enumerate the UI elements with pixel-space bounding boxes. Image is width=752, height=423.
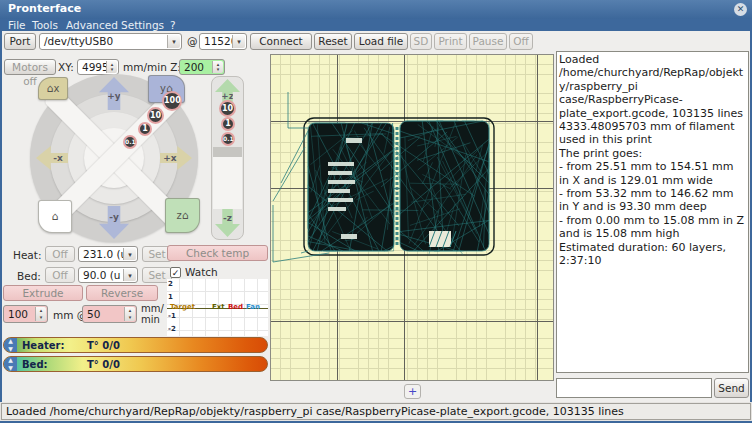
xy-feed-value: 4995 xyxy=(82,61,109,74)
log-console[interactable]: Loaded /home/churchyard/RepRap/objekty/r… xyxy=(556,51,749,373)
extrude-speed-unit: mm/ min xyxy=(141,303,164,325)
z-step-01-badge[interactable]: 0.1 xyxy=(221,132,235,146)
graph-label-bed: Bed xyxy=(228,303,243,311)
reset-button[interactable]: Reset xyxy=(314,33,352,50)
extrude-length-spinner[interactable]: 100 ▴▾ xyxy=(3,305,48,323)
heat-label: Heat: xyxy=(13,249,41,261)
motors-off-button[interactable]: Motors off xyxy=(4,59,56,75)
extrude-speed-value: 50 xyxy=(87,308,100,321)
home-x-button[interactable]: ⌂x xyxy=(38,77,68,100)
menu-tools[interactable]: Tools xyxy=(32,19,58,31)
home-all-button[interactable]: ⌂ xyxy=(38,200,72,233)
bed-gauge[interactable]: ▲▼ Bed: T° 0/0 xyxy=(3,356,268,372)
graph-ytick: 2 xyxy=(168,280,173,288)
spinner-arrows-icon[interactable]: ▴▾ xyxy=(124,307,135,321)
extrude-length-value: 100 xyxy=(8,308,28,321)
window-title: Pronterface xyxy=(8,2,81,15)
chevron-down-icon[interactable]: ▾ xyxy=(123,269,136,281)
status-text: Loaded /home/churchyard/RepRap/objekty/r… xyxy=(1,403,751,420)
send-button[interactable]: Send xyxy=(714,378,749,398)
jog-step-01-badge[interactable]: 0.1 xyxy=(123,135,137,149)
graph-label-ext: Ext xyxy=(212,303,225,311)
watch-label: Watch xyxy=(185,266,218,278)
z-strip-band[interactable] xyxy=(213,147,242,157)
port-select[interactable]: /dev/ttyUSB0 ▾ xyxy=(39,33,182,50)
jog-minus-z-button[interactable]: -z xyxy=(215,209,240,237)
bed-label: Bed: xyxy=(17,270,41,282)
graph-ytick: -2 xyxy=(168,325,176,333)
heat-off-button[interactable]: Off xyxy=(45,246,75,262)
graph-label-fan: Fan xyxy=(246,303,260,311)
jog-pad: ⌂x y⌂ ⌂ z⌂ +y -y -x +x 100 10 1 0.1 xyxy=(28,74,200,242)
gcode-plot xyxy=(271,55,553,380)
connect-button[interactable]: Connect xyxy=(250,33,312,50)
baud-select[interactable]: 115200 ▾ xyxy=(199,33,247,50)
temperature-graph: 2 1 -1 -2 Target Ext Bed Fan xyxy=(167,279,268,336)
menu-settings[interactable]: Settings xyxy=(121,19,164,31)
titlebar[interactable]: Pronterface ✕ xyxy=(0,0,752,19)
gcode-viewer[interactable] xyxy=(270,54,554,381)
check-temp-button[interactable]: Check temp xyxy=(167,245,268,261)
print-button[interactable]: Print xyxy=(434,33,467,50)
spinner-arrows-icon[interactable]: ▴▾ xyxy=(35,307,46,321)
z-step-10-badge[interactable]: 10 xyxy=(219,100,236,117)
reverse-button[interactable]: Reverse xyxy=(86,285,158,301)
home-icon: ⌂ xyxy=(52,210,59,223)
bed-off-button[interactable]: Off xyxy=(45,267,75,283)
heater-gauge-value: T° 0/0 xyxy=(87,340,120,351)
spinner-arrows-icon[interactable]: ▴▾ xyxy=(106,61,117,73)
xy-feed-spinner[interactable]: 4995 ▴▾ xyxy=(77,59,119,75)
jog-step-100-badge[interactable]: 100 xyxy=(162,91,182,111)
graph-label-target: Target xyxy=(170,303,195,311)
z-step-1-badge[interactable]: 1 xyxy=(221,117,235,131)
z-jog-strip: +z 10 1 0.1 -z xyxy=(211,76,244,240)
z-strip-band[interactable] xyxy=(213,157,242,209)
heat-temp-select[interactable]: 231.0 (u ▾ xyxy=(78,246,138,262)
heat-temp-value: 231.0 (u xyxy=(83,248,127,261)
heater-gauge[interactable]: ▲▼ Heater: T° 0/0 xyxy=(3,337,268,353)
graph-ytick: 1 xyxy=(168,293,173,301)
graph-ytick: -1 xyxy=(168,312,176,320)
menubar: File Tools Advanced Settings ? xyxy=(0,19,752,31)
statusbar: Loaded /home/churchyard/RepRap/objekty/r… xyxy=(0,402,752,421)
zoom-in-button[interactable]: + xyxy=(404,384,421,399)
close-icon[interactable]: ✕ xyxy=(734,3,747,16)
bed-gauge-label: Bed: xyxy=(22,359,48,370)
chevron-down-icon[interactable]: ▾ xyxy=(123,248,136,260)
home-icon: ⌂ xyxy=(182,209,189,222)
chevron-down-icon[interactable]: ▾ xyxy=(167,35,180,48)
z-feed-spinner[interactable]: 200 ▴▾ xyxy=(179,59,225,75)
jog-step-1-badge[interactable]: 1 xyxy=(138,122,152,136)
menu-help[interactable]: ? xyxy=(170,19,176,31)
heater-gauge-label: Heater: xyxy=(22,340,64,351)
gauge-spinner-icon[interactable]: ▲▼ xyxy=(4,357,17,371)
bed-temp-value: 90.0 (u xyxy=(83,269,120,282)
watch-checkbox[interactable]: ✓ xyxy=(170,267,181,278)
z-feed-value: 200 xyxy=(184,61,204,74)
load-file-button[interactable]: Load file xyxy=(354,33,408,50)
bed-temp-select[interactable]: 90.0 (u ▾ xyxy=(78,267,138,283)
at-label: @ xyxy=(187,35,198,47)
port-button[interactable]: Port xyxy=(4,33,36,50)
extrude-button[interactable]: Extrude xyxy=(3,285,83,301)
menu-advanced[interactable]: Advanced xyxy=(66,19,118,31)
port-value: /dev/ttyUSB0 xyxy=(44,35,113,48)
home-z-button[interactable]: z⌂ xyxy=(165,198,200,233)
extrude-speed-spinner[interactable]: 50 ▴▾ xyxy=(82,305,137,323)
home-icon: ⌂ xyxy=(47,82,54,95)
pause-button[interactable]: Pause xyxy=(469,33,507,50)
chevron-down-icon[interactable]: ▾ xyxy=(232,35,245,48)
gauge-spinner-icon[interactable]: ▲▼ xyxy=(4,338,17,352)
xy-feed-label: XY: xyxy=(58,61,74,73)
spinner-arrows-icon[interactable]: ▴▾ xyxy=(212,61,223,73)
sd-button[interactable]: SD xyxy=(410,33,432,50)
app-window: Pronterface ✕ File Tools Advanced Settin… xyxy=(0,0,752,423)
menu-file[interactable]: File xyxy=(8,19,26,31)
off-button[interactable]: Off xyxy=(509,33,533,50)
send-command-input[interactable] xyxy=(556,378,712,398)
z-feed-label: mm/min Z: xyxy=(123,61,181,73)
bed-gauge-value: T° 0/0 xyxy=(87,359,120,370)
jog-step-10-badge[interactable]: 10 xyxy=(147,107,164,124)
